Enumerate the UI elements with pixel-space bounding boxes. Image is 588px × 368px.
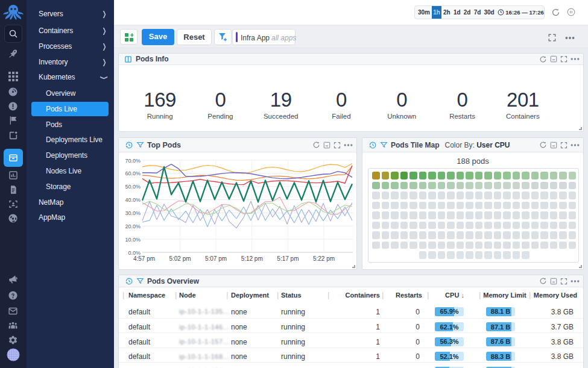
svg-text:5:22 pm: 5:22 pm — [313, 255, 335, 262]
svg-text:5:17 pm: 5:17 pm — [277, 255, 299, 262]
svg-text:30.0%: 30.0% — [125, 210, 141, 216]
svg-text:60.0%: 60.0% — [125, 170, 141, 176]
svg-text:70.0%: 70.0% — [125, 158, 141, 164]
svg-text:5:12 pm: 5:12 pm — [241, 255, 263, 262]
svg-text:4:57 pm: 4:57 pm — [133, 255, 155, 262]
svg-text:40.0%: 40.0% — [125, 197, 141, 203]
svg-text:5:07 pm: 5:07 pm — [205, 255, 227, 262]
svg-text:0.0%: 0.0% — [128, 250, 141, 256]
svg-text:20.0%: 20.0% — [125, 223, 141, 229]
svg-text:50.0%: 50.0% — [125, 184, 141, 190]
svg-text:5:02 pm: 5:02 pm — [169, 255, 191, 262]
svg-text:10.0%: 10.0% — [125, 237, 141, 243]
